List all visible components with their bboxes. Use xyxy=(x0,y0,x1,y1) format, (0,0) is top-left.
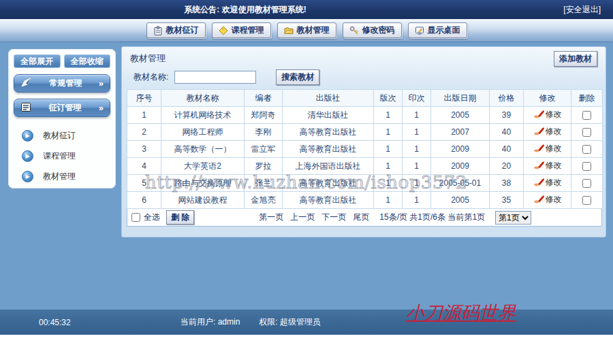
edit-link[interactable]: 修改 xyxy=(533,194,562,205)
row-delete-checkbox[interactable] xyxy=(582,145,591,154)
clipboard-icon xyxy=(153,26,163,35)
table-row: 2 网络工程师 李刚 高等教育出版社 1 1 2007 40 修改 xyxy=(127,124,603,141)
top-bar: 系统公告: 欢迎使用教材管理系统! [安全退出] xyxy=(0,0,613,19)
add-textbook-button[interactable]: 添加教材 xyxy=(554,51,597,67)
expand-all-button[interactable]: 全部展开 xyxy=(14,54,61,68)
pagination-bar: 全选 删 除 第一页 上一页 下一页 尾页 15条/页 共1页/6条 当前第1页… xyxy=(127,209,602,227)
cell-price: 20 xyxy=(490,158,524,175)
cell-price: 38 xyxy=(490,175,524,192)
prev-page-link[interactable]: 上一页 xyxy=(290,212,315,223)
sidebar-group-general[interactable]: 常规管理 » xyxy=(14,74,110,93)
cell-edition: 1 xyxy=(374,158,403,175)
toolbar-button-change-password[interactable]: 修改密码 xyxy=(343,22,402,38)
cell-delete xyxy=(571,124,603,141)
key-icon xyxy=(349,26,359,35)
cell-no: 3 xyxy=(127,141,161,158)
edit-link[interactable]: 修改 xyxy=(533,143,562,154)
collapse-all-button[interactable]: 全部收缩 xyxy=(64,54,111,68)
search-label: 教材名称: xyxy=(133,71,168,83)
col-header-price: 价格 xyxy=(490,90,524,107)
toolbar-button-textbook-order[interactable]: 教材征订 xyxy=(146,22,206,38)
toolbar-button-course-manage[interactable]: 课程管理 xyxy=(212,22,271,38)
textbook-name-input[interactable] xyxy=(174,71,256,84)
edit-pen-icon xyxy=(533,110,544,119)
edit-link[interactable]: 修改 xyxy=(533,109,562,120)
cell-date: 2005-05-01 xyxy=(431,175,490,192)
last-page-link[interactable]: 尾页 xyxy=(353,212,369,223)
cell-author: 郑阿奇 xyxy=(245,107,283,124)
sidebar-group-label: 征订管理 xyxy=(31,102,99,114)
cell-edit: 修改 xyxy=(524,192,571,209)
system-notice: 系统公告: 欢迎使用教材管理系统! xyxy=(0,4,552,16)
edit-link-label: 修改 xyxy=(546,126,562,137)
toolbar-button-label: 修改密码 xyxy=(362,24,395,36)
table-header-row: 序号 教材名称 编者 出版社 版次 印次 出版日期 价格 修改 删除 xyxy=(127,90,603,107)
row-delete-checkbox[interactable] xyxy=(582,162,591,171)
cell-price: 35 xyxy=(490,192,524,209)
tag-icon xyxy=(219,26,228,35)
cell-date: 2005 xyxy=(431,107,490,124)
cell-edit: 修改 xyxy=(524,175,571,192)
sidebar-item-label: 教材征订 xyxy=(43,130,76,142)
edit-pen-icon xyxy=(533,127,544,136)
cell-name: 计算机网络技术 xyxy=(161,107,245,124)
cell-publisher: 高等教育出版社 xyxy=(283,141,374,158)
cell-delete xyxy=(571,107,603,124)
cell-edition: 1 xyxy=(374,175,403,192)
cell-date: 2009 xyxy=(431,158,490,175)
edit-link[interactable]: 修改 xyxy=(533,177,562,188)
cell-impression: 1 xyxy=(403,124,431,141)
cell-no: 6 xyxy=(127,192,161,209)
toolbar-button-textbook-manage[interactable]: 教材管理 xyxy=(277,22,336,38)
col-header-no: 序号 xyxy=(127,90,161,107)
row-delete-checkbox[interactable] xyxy=(582,128,591,137)
cell-no: 4 xyxy=(127,158,161,175)
pen-icon xyxy=(20,77,33,90)
next-page-link[interactable]: 下一页 xyxy=(321,212,346,223)
desktop-icon xyxy=(415,26,424,35)
toolbar-button-show-desktop[interactable]: 显示桌面 xyxy=(408,22,467,38)
col-header-name: 教材名称 xyxy=(161,90,245,107)
cell-edit: 修改 xyxy=(524,158,571,175)
edit-link-label: 修改 xyxy=(546,160,562,171)
table-row: 5 路由与交换原理 张兰 高等教育出版社 1 1 2005-05-01 38 修… xyxy=(127,175,603,192)
first-page-link[interactable]: 第一页 xyxy=(259,212,283,223)
col-header-edit: 修改 xyxy=(524,90,571,107)
edit-link[interactable]: 修改 xyxy=(533,126,562,137)
cell-name: 网站建设教程 xyxy=(161,192,245,209)
page-select[interactable]: 第1页 xyxy=(495,211,531,225)
search-button[interactable]: 搜索教材 xyxy=(276,69,319,85)
col-header-author: 编者 xyxy=(245,90,283,107)
cell-date: 2009 xyxy=(431,141,490,158)
cell-delete xyxy=(571,158,603,175)
cell-date: 2005 xyxy=(431,192,490,209)
row-delete-checkbox[interactable] xyxy=(582,179,591,188)
cell-edit: 修改 xyxy=(524,124,571,141)
play-circle-icon: ▶ xyxy=(22,171,33,182)
edit-pen-icon xyxy=(533,178,544,187)
sidebar-item-textbook-manage[interactable]: ▶ 教材管理 xyxy=(14,166,110,186)
select-all-checkbox[interactable] xyxy=(131,213,140,222)
col-header-edition: 版次 xyxy=(374,90,403,107)
row-delete-checkbox[interactable] xyxy=(582,111,591,120)
table-row: 4 大学英语2 罗拉 上海外国语出版社 1 1 2009 20 修改 xyxy=(127,158,603,175)
cell-price: 40 xyxy=(490,141,524,158)
logout-link[interactable]: [安全退出] xyxy=(563,4,601,16)
col-header-impression: 印次 xyxy=(403,90,431,107)
page-title: 教材管理 xyxy=(130,52,166,65)
table-row: 1 计算机网络技术 郑阿奇 清华出版社 1 1 2005 39 修改 xyxy=(127,107,603,124)
sidebar-group-order[interactable]: 征订管理 » xyxy=(14,99,110,117)
delete-button[interactable]: 删 除 xyxy=(166,210,194,225)
chevron-right-icon: » xyxy=(99,78,104,88)
edit-pen-icon xyxy=(533,195,544,204)
row-delete-checkbox[interactable] xyxy=(582,196,591,205)
select-all-label: 全选 xyxy=(144,212,160,223)
current-user-label: 当前用户: admin xyxy=(180,316,240,328)
edit-link[interactable]: 修改 xyxy=(533,160,562,171)
sidebar-item-course-manage[interactable]: ▶ 课程管理 xyxy=(14,146,110,166)
edit-pen-icon xyxy=(533,144,544,153)
edit-pen-icon xyxy=(533,161,544,170)
toolbar-button-label: 显示桌面 xyxy=(428,24,460,36)
sidebar-item-textbook-order[interactable]: ▶ 教材征订 xyxy=(14,125,110,146)
table-row: 6 网站建设教程 金旭亮 高等教育出版社 1 1 2005 35 修改 xyxy=(127,192,603,209)
